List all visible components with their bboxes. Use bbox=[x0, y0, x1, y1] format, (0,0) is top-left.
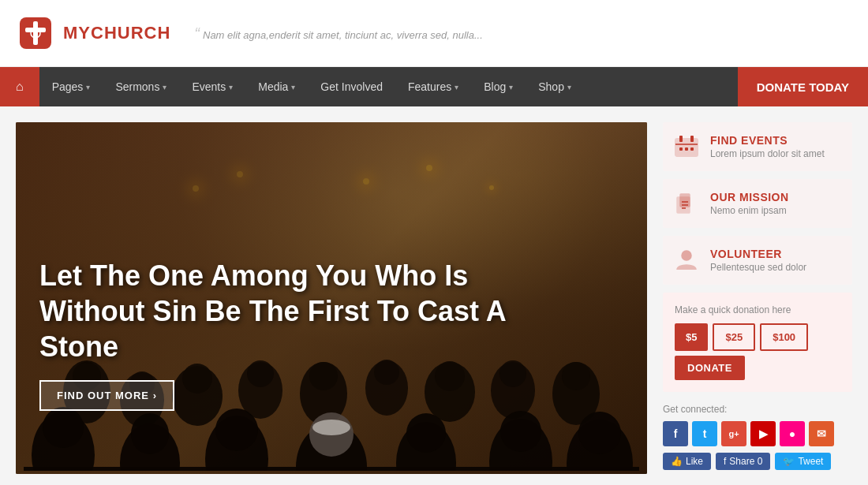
main-navbar: ⌂ Pages ▾ Sermons ▾ Events ▾ Media ▾ Get… bbox=[0, 67, 868, 106]
facebook-share-button[interactable]: f Share 0 bbox=[716, 453, 770, 470]
twitter-icon[interactable]: t bbox=[692, 421, 717, 446]
nav-home-button[interactable]: ⌂ bbox=[0, 67, 39, 106]
nav-item-media[interactable]: Media ▾ bbox=[245, 67, 308, 106]
chevron-down-icon: ▾ bbox=[163, 83, 166, 91]
svg-point-25 bbox=[131, 413, 169, 454]
svg-rect-42 bbox=[679, 147, 683, 151]
svg-rect-37 bbox=[24, 467, 639, 471]
donation-buttons: $5 $25 $100 DONATE bbox=[675, 323, 840, 380]
mission-icon bbox=[672, 189, 701, 218]
sidebar-find-events[interactable]: FIND EVENTS Lorem ipsum dolor sit amet bbox=[663, 122, 852, 171]
youtube-icon[interactable]: ▶ bbox=[750, 421, 776, 446]
donation-widget: Make a quick donation here $5 $25 $100 D… bbox=[663, 293, 852, 392]
our-mission-text: Nemo enim ipsam bbox=[710, 205, 840, 216]
site-header: MYCHURCH Nam elit agna,enderit sit amet,… bbox=[0, 0, 868, 67]
volunteer-text: Pellentesque sed dolor bbox=[710, 262, 840, 273]
chevron-down-icon: ▾ bbox=[455, 83, 458, 91]
svg-point-36 bbox=[578, 412, 621, 454]
header-quote: Nam elit agna,enderit sit amet, tinciunt… bbox=[194, 21, 852, 46]
donation-25-button[interactable]: $25 bbox=[713, 323, 755, 351]
facebook-like-button[interactable]: 👍 Like bbox=[663, 453, 711, 470]
volunteer-title: VOLUNTEER bbox=[710, 248, 840, 260]
svg-rect-1 bbox=[33, 21, 38, 45]
sidebar: FIND EVENTS Lorem ipsum dolor sit amet O… bbox=[663, 122, 852, 474]
svg-point-23 bbox=[43, 407, 84, 448]
svg-point-21 bbox=[562, 362, 590, 390]
svg-rect-40 bbox=[690, 136, 694, 142]
nav-item-get-involved[interactable]: Get Involved bbox=[308, 67, 395, 106]
donation-100-button[interactable]: $100 bbox=[760, 323, 808, 351]
logo-text: MYCHURCH bbox=[63, 23, 170, 43]
donation-donate-button[interactable]: DONATE bbox=[675, 356, 745, 380]
chevron-down-icon: ▾ bbox=[567, 83, 571, 91]
svg-point-50 bbox=[682, 251, 691, 260]
thumbs-up-icon: 👍 bbox=[671, 456, 683, 467]
donate-today-button[interactable]: DONATE TODAY bbox=[738, 67, 868, 106]
chevron-down-icon: ▾ bbox=[291, 83, 295, 91]
main-content: Let The One Among You Who Is Without Sin… bbox=[0, 106, 868, 485]
hero-text-block: Let The One Among You Who Is Without Sin… bbox=[39, 258, 513, 411]
nav-item-events[interactable]: Events ▾ bbox=[179, 67, 245, 106]
nav-item-shop[interactable]: Shop ▾ bbox=[526, 67, 584, 106]
nav-item-features[interactable]: Features ▾ bbox=[395, 67, 471, 106]
svg-rect-43 bbox=[685, 147, 688, 151]
donation-label: Make a quick donation here bbox=[675, 304, 840, 315]
svg-point-27 bbox=[215, 409, 258, 451]
svg-point-34 bbox=[500, 411, 541, 452]
site-logo[interactable]: MYCHURCH bbox=[16, 13, 170, 53]
flickr-icon[interactable]: ● bbox=[780, 421, 805, 446]
social-like-row: 👍 Like f Share 0 🐦 Tweet bbox=[663, 453, 852, 470]
calendar-icon bbox=[672, 132, 701, 161]
donation-5-button[interactable]: $5 bbox=[675, 323, 708, 351]
sidebar-our-mission[interactable]: OUR MISSION Nemo enim ipsam bbox=[663, 179, 852, 228]
sidebar-volunteer[interactable]: VOLUNTEER Pellentesque sed dolor bbox=[663, 236, 852, 285]
find-events-title: FIND EVENTS bbox=[710, 134, 840, 147]
chevron-down-icon: ▾ bbox=[509, 83, 513, 91]
twitter-tweet-button[interactable]: 🐦 Tweet bbox=[775, 453, 831, 470]
nav-item-blog[interactable]: Blog ▾ bbox=[471, 67, 526, 106]
social-section: Get connected: f t g+ ▶ ● ✉ 👍 Like f Sha… bbox=[663, 400, 852, 474]
svg-point-30 bbox=[312, 420, 350, 435]
facebook-icon[interactable]: f bbox=[663, 421, 688, 446]
logo-icon bbox=[16, 13, 55, 53]
nav-item-sermons[interactable]: Sermons ▾ bbox=[103, 67, 179, 106]
hero-title: Let The One Among You Who Is Without Sin… bbox=[39, 258, 513, 364]
find-out-more-button[interactable]: FIND OUT MORE › bbox=[39, 380, 174, 411]
email-icon[interactable]: ✉ bbox=[809, 421, 834, 446]
chevron-down-icon: ▾ bbox=[86, 83, 90, 91]
svg-point-32 bbox=[406, 413, 446, 453]
volunteer-icon bbox=[672, 246, 701, 274]
hero-section: Let The One Among You Who Is Without Sin… bbox=[16, 122, 647, 474]
our-mission-title: OUR MISSION bbox=[710, 191, 840, 203]
svg-rect-44 bbox=[690, 147, 694, 151]
google-plus-icon[interactable]: g+ bbox=[721, 421, 746, 446]
share-icon: f bbox=[724, 456, 726, 467]
social-icons-row: f t g+ ▶ ● ✉ bbox=[663, 421, 852, 446]
nav-item-pages[interactable]: Pages ▾ bbox=[39, 67, 103, 106]
chevron-down-icon: ▾ bbox=[229, 83, 233, 91]
social-label: Get connected: bbox=[663, 404, 852, 415]
twitter-bird-icon: 🐦 bbox=[783, 456, 795, 467]
svg-rect-39 bbox=[679, 136, 683, 142]
find-events-text: Lorem ipsum dolor sit amet bbox=[710, 148, 840, 159]
